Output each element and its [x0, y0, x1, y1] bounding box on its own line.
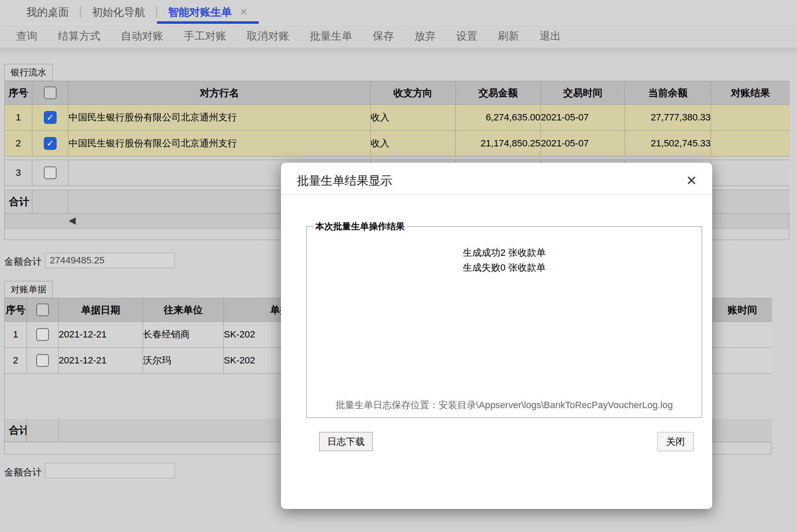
dialog-close-icon[interactable]: ✕ — [686, 173, 697, 189]
tab-label: 我的桌面 — [26, 5, 69, 19]
top-tab-bar: 我的桌面 初始化导航 智能对账生单 ✕ — [0, 0, 797, 24]
dialog-title: 批量生单结果显示 — [297, 173, 392, 189]
cell-unit: 沃尔玛 — [143, 348, 224, 374]
toolbar-cancel-reconcile-button[interactable]: 取消对账 — [247, 29, 289, 43]
bank-flow-row: 1 中国民生银行股份有限公司北京通州支行 收入 6,274,635.00 202… — [5, 105, 790, 131]
scroll-left-icon[interactable]: ◀ — [69, 215, 76, 226]
tab-smart-reconciliation[interactable]: 智能对账生单 ✕ — [157, 0, 259, 24]
result-lines: 生成成功2 张收款单 生成失败0 张收款单 — [307, 245, 702, 275]
bank-flow-amount-total-label: 金额合计 — [4, 255, 42, 268]
cell-seq: 3 — [5, 160, 32, 186]
dialog-close-button[interactable]: 关闭 — [657, 432, 694, 451]
cell-seq: 1 — [5, 322, 27, 348]
cell-seq: 2 — [5, 348, 27, 374]
row-checkbox[interactable] — [36, 328, 49, 341]
tab-my-desktop[interactable]: 我的桌面 — [15, 0, 80, 24]
toolbar-refresh-button[interactable]: 刷新 — [498, 29, 519, 43]
total-label: 合计 — [5, 419, 27, 442]
bank-flow-header-row: 序号 对方行名 收支方向 交易金额 交易时间 当前余额 对账结果 — [5, 81, 790, 105]
col-select — [32, 81, 69, 105]
cell-result — [711, 131, 790, 157]
col-amount: 交易金额 — [456, 81, 541, 105]
toolbar-discard-button[interactable]: 放弃 — [414, 29, 436, 43]
col-balance: 当前余额 — [625, 81, 711, 105]
result-groupbox-label: 本次批量生单操作结果 — [314, 220, 406, 232]
log-download-button[interactable]: 日志下载 — [319, 432, 373, 451]
col-recon-time: 账时间 — [713, 298, 772, 322]
select-all-checkbox[interactable] — [36, 303, 49, 316]
cell-result — [711, 105, 790, 131]
cell-balance: 27,777,380.33 — [625, 105, 711, 131]
cell-direction: 收入 — [371, 131, 456, 157]
toolbar-settlement-method-button[interactable]: 结算方式 — [58, 29, 100, 43]
result-success-line: 生成成功2 张收款单 — [307, 245, 702, 260]
toolbar-batch-generate-button[interactable]: 批量生单 — [310, 29, 352, 43]
dialog-divider — [281, 194, 712, 194]
col-select — [27, 298, 59, 322]
col-counterparty-bank: 对方行名 — [69, 81, 371, 105]
bank-flow-row: 2 中国民生银行股份有限公司北京通州支行 收入 21,174,850.25 20… — [5, 131, 790, 157]
cell-time: 2021-05-07 — [541, 105, 625, 131]
tab-close-icon[interactable]: ✕ — [240, 6, 248, 18]
cell-bank: 中国民生银行股份有限公司北京通州支行 — [69, 105, 371, 131]
total-label: 合计 — [5, 190, 32, 214]
cell-direction: 收入 — [371, 105, 456, 131]
row-checkbox[interactable] — [36, 354, 49, 367]
row-gap — [5, 157, 790, 160]
row-checkbox[interactable] — [44, 166, 57, 179]
toolbar: 查询 结算方式 自动对账 手工对账 取消对账 批量生单 保存 放弃 设置 刷新 … — [0, 24, 797, 48]
col-result: 对账结果 — [711, 81, 790, 105]
toolbar-manual-reconcile-button[interactable]: 手工对账 — [184, 29, 226, 43]
toolbar-settings-button[interactable]: 设置 — [456, 29, 477, 43]
cell-amount: 6,274,635.00 — [456, 105, 541, 131]
cell-seq: 1 — [5, 105, 32, 131]
col-seq: 序号 — [5, 81, 32, 105]
cell-date: 2021-12-21 — [59, 348, 143, 374]
result-groupbox: 本次批量生单操作结果 生成成功2 张收款单 生成失败0 张收款单 批量生单日志保… — [306, 220, 702, 418]
col-counterparty-unit: 往来单位 — [143, 298, 224, 322]
toolbar-save-button[interactable]: 保存 — [373, 29, 394, 43]
cell-time: 2021-05-07 — [541, 131, 625, 157]
log-path-text: 批量生单日志保存位置：安装目录\Appserver\logs\BankToRec… — [307, 399, 702, 412]
cell-unit: 长春经销商 — [143, 322, 224, 348]
col-time: 交易时间 — [541, 81, 625, 105]
cell-seq: 2 — [5, 131, 32, 157]
cell-bank: 中国民生银行股份有限公司北京通州支行 — [69, 131, 371, 157]
app-window: 我的桌面 初始化导航 智能对账生单 ✕ 查询 结算方式 自动对账 手工对账 取消… — [0, 0, 797, 532]
recon-docs-tab-label: 对账单据 — [11, 283, 46, 295]
cell-result — [711, 160, 790, 186]
tab-label: 智能对账生单 — [168, 5, 232, 19]
cell-date: 2021-12-21 — [59, 322, 143, 348]
recon-docs-amount-total-label: 金额合计 — [4, 466, 42, 479]
col-doc-date: 单据日期 — [59, 298, 143, 322]
recon-docs-amount-total-input[interactable] — [45, 463, 175, 478]
bank-flow-tab[interactable]: 银行流水 — [4, 64, 53, 81]
col-seq: 序号 — [5, 298, 27, 322]
tab-label: 初始化导航 — [92, 5, 145, 19]
batch-result-dialog: 批量生单结果显示 ✕ 本次批量生单操作结果 生成成功2 张收款单 生成失败0 张… — [281, 163, 712, 509]
bank-flow-tab-label: 银行流水 — [11, 66, 46, 78]
recon-docs-tab[interactable]: 对账单据 — [4, 281, 53, 298]
toolbar-exit-button[interactable]: 退出 — [540, 29, 561, 43]
row-checkbox[interactable] — [44, 111, 57, 124]
select-all-checkbox[interactable] — [44, 86, 57, 99]
col-direction: 收支方向 — [371, 81, 456, 105]
bank-flow-amount-total-input[interactable]: 27449485.25 — [45, 253, 175, 268]
toolbar-shadow — [0, 48, 797, 57]
row-checkbox[interactable] — [44, 137, 57, 150]
result-failure-line: 生成失败0 张收款单 — [307, 260, 702, 275]
toolbar-query-button[interactable]: 查询 — [16, 29, 37, 43]
cell-amount: 21,174,850.25 — [456, 131, 541, 157]
cell-balance: 21,502,745.33 — [625, 131, 711, 157]
toolbar-auto-reconcile-button[interactable]: 自动对账 — [121, 29, 163, 43]
tab-init-navigation[interactable]: 初始化导航 — [81, 0, 156, 24]
